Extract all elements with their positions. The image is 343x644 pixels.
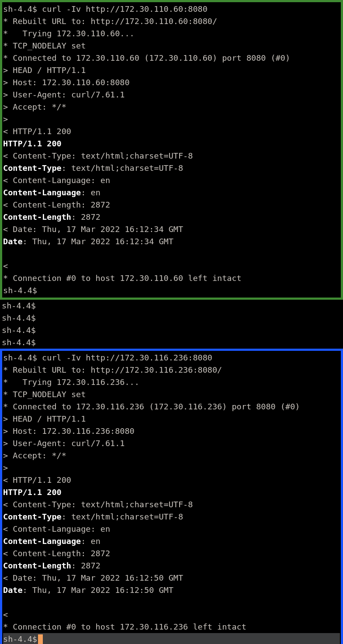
output-line: * Rebuilt URL to: http://172.30.116.236:… [3, 364, 340, 376]
shell-prompt: sh-4.4$ [2, 336, 341, 349]
output-line: * Trying 172.30.116.236... [3, 376, 340, 388]
output-line: < HTTP/1.1 200 [3, 125, 340, 138]
header-line: Date: Thu, 17 Mar 2022 16:12:34 GMT [3, 235, 340, 248]
header-line: Content-Language: en [3, 535, 340, 547]
header-val: : Thu, 17 Mar 2022 16:12:50 GMT [23, 585, 173, 595]
shell-prompt: sh-4.4$ [3, 4, 37, 14]
output-line: * Rebuilt URL to: http://172.30.110.60:8… [3, 15, 340, 28]
header-key: Content-Length [3, 561, 71, 570]
header-val: : en [81, 537, 100, 546]
blank-line [3, 596, 340, 609]
header-key: Content-Length [3, 212, 71, 222]
command-text: curl -Iv [37, 4, 86, 14]
header-key: Content-Type [3, 512, 62, 521]
output-line: < Content-Type: text/html;charset=UTF-8 [3, 499, 340, 511]
output-line: < Content-Length: 2872 [3, 199, 340, 211]
shell-prompt: sh-4.4$ [3, 284, 340, 297]
active-prompt-row[interactable]: sh-4.4$ [3, 633, 340, 644]
terminal-root[interactable]: sh-4.4$ curl -Iv http://172.30.110.60:80… [0, 0, 343, 644]
panel-2: sh-4.4$ curl -Iv http://172.30.116.236:8… [0, 349, 343, 644]
output-line: * Connected to 172.30.116.236 (172.30.11… [3, 401, 340, 413]
header-key: Content-Type [3, 163, 62, 173]
header-line: Content-Length: 2872 [3, 560, 340, 572]
output-line: < [3, 260, 340, 272]
command-line: sh-4.4$ curl -Iv http://172.30.110.60:80… [3, 3, 340, 15]
header-val: : 2872 [71, 561, 100, 570]
header-line: Content-Language: en [3, 187, 340, 199]
output-line: < Content-Language: en [3, 523, 340, 535]
output-line: < [3, 609, 340, 621]
output-line: > HEAD / HTTP/1.1 [3, 413, 340, 425]
output-line: * Trying 172.30.110.60... [3, 28, 340, 40]
output-line: < Content-Language: en [3, 174, 340, 187]
output-line: < Date: Thu, 17 Mar 2022 16:12:34 GMT [3, 223, 340, 235]
blank-line [3, 248, 340, 260]
output-line: < Date: Thu, 17 Mar 2022 16:12:50 GMT [3, 572, 340, 584]
output-line: * Connected to 172.30.110.60 (172.30.110… [3, 52, 340, 64]
header-val: : en [81, 188, 100, 197]
http-status: HTTP/1.1 200 [3, 486, 340, 499]
header-line: Content-Type: text/html;charset=UTF-8 [3, 162, 340, 174]
output-line: > User-Agent: curl/7.61.1 [3, 437, 340, 450]
header-val: : text/html;charset=UTF-8 [62, 512, 183, 521]
gap-prompts: sh-4.4$ sh-4.4$ sh-4.4$ sh-4.4$ [0, 300, 343, 349]
header-key: Content-Language [3, 188, 81, 197]
output-line: > Accept: */* [3, 450, 340, 462]
header-val: : 2872 [71, 212, 100, 222]
header-val: : text/html;charset=UTF-8 [62, 163, 183, 173]
output-line: < Content-Type: text/html;charset=UTF-8 [3, 150, 340, 162]
output-line: > HEAD / HTTP/1.1 [3, 64, 340, 76]
http-status: HTTP/1.1 200 [3, 138, 340, 150]
output-line: > [3, 462, 340, 474]
command-text: curl -Iv [37, 353, 86, 362]
shell-prompt: sh-4.4$ [2, 300, 341, 312]
output-line: * Connection #0 to host 172.30.110.60 le… [3, 272, 340, 284]
command-url: http://172.30.110.60:8080 [86, 4, 207, 14]
output-line: > Accept: */* [3, 101, 340, 113]
output-line: < Content-Length: 2872 [3, 547, 340, 560]
output-line: > [3, 113, 340, 125]
shell-prompt: sh-4.4$ [2, 324, 341, 336]
cursor-icon [38, 634, 43, 644]
output-line: > Host: 172.30.110.60:8080 [3, 76, 340, 89]
panel-1: sh-4.4$ curl -Iv http://172.30.110.60:80… [0, 0, 343, 300]
header-line: Content-Type: text/html;charset=UTF-8 [3, 511, 340, 523]
command-url: http://172.30.116.236:8080 [86, 353, 212, 362]
output-line: * Connection #0 to host 172.30.116.236 l… [3, 621, 340, 633]
header-line: Date: Thu, 17 Mar 2022 16:12:50 GMT [3, 584, 340, 596]
header-key: Date [3, 237, 23, 246]
header-key: Content-Language [3, 537, 81, 546]
shell-prompt: sh-4.4$ [3, 633, 37, 644]
shell-prompt: sh-4.4$ [2, 312, 341, 324]
output-line: * TCP_NODELAY set [3, 40, 340, 52]
shell-prompt: sh-4.4$ [3, 353, 37, 362]
command-line: sh-4.4$ curl -Iv http://172.30.116.236:8… [3, 352, 340, 364]
header-val: : Thu, 17 Mar 2022 16:12:34 GMT [23, 237, 173, 246]
output-line: > User-Agent: curl/7.61.1 [3, 89, 340, 101]
output-line: > Host: 172.30.116.236:8080 [3, 425, 340, 437]
header-line: Content-Length: 2872 [3, 211, 340, 223]
output-line: * TCP_NODELAY set [3, 388, 340, 401]
output-line: < HTTP/1.1 200 [3, 474, 340, 486]
header-key: Date [3, 585, 23, 595]
